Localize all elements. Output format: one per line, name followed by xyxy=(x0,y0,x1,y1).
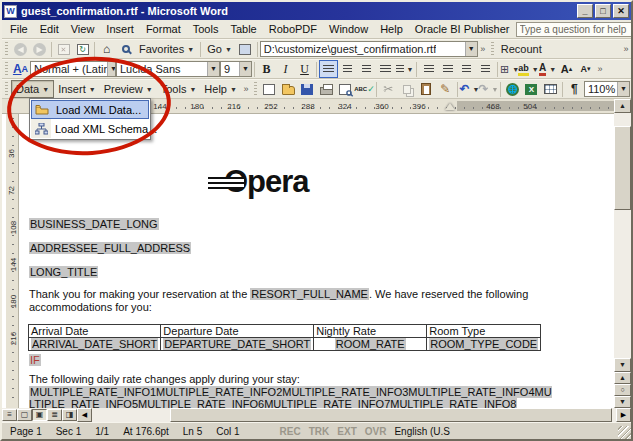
home-icon[interactable]: ⌂ xyxy=(97,40,116,58)
toolbar-grip[interactable] xyxy=(5,42,8,56)
line-spacing-icon[interactable]: ▼ xyxy=(395,60,414,78)
spelling-icon[interactable]: ABC✓ xyxy=(355,80,374,98)
status-ext-toggle[interactable]: EXT xyxy=(337,426,356,437)
menu-robopdf[interactable]: RoboPDF xyxy=(263,21,323,37)
resort-name-field[interactable]: RESORT_FULL_NAME xyxy=(250,288,369,300)
print-preview-icon[interactable] xyxy=(336,80,355,98)
minimize-button[interactable]: _ xyxy=(577,4,593,18)
long-title-field[interactable]: LONG_TITLE xyxy=(29,266,98,278)
business-date-field[interactable]: BUSINESS_DATE_LONG xyxy=(29,218,159,230)
close-button[interactable]: ✕ xyxy=(613,4,629,18)
show-paragraph-marks-icon[interactable]: ¶ xyxy=(565,80,584,98)
grow-font-icon[interactable]: A▴ xyxy=(557,60,576,78)
menu-help[interactable]: Help xyxy=(374,21,409,37)
align-center-button[interactable] xyxy=(338,60,357,78)
justify-button[interactable] xyxy=(376,60,395,78)
insert-hyperlink-icon[interactable]: 🌐 xyxy=(503,80,522,98)
insert-excel-worksheet-icon[interactable]: X xyxy=(522,80,541,98)
vertical-scrollbar[interactable]: ▲ ▼ ▲▲ ○ ▼▼ xyxy=(614,99,631,408)
increase-indent-icon[interactable] xyxy=(476,60,495,78)
redo-icon[interactable]: ↷▼ xyxy=(479,80,498,98)
scroll-right-icon[interactable]: ▶ xyxy=(616,408,631,422)
status-trk-toggle[interactable]: TRK xyxy=(309,426,330,437)
new-document-icon[interactable] xyxy=(260,80,279,98)
if-marker-field[interactable]: IF xyxy=(29,354,41,366)
shrink-font-icon[interactable]: A▾ xyxy=(576,60,595,78)
menu-window[interactable]: Window xyxy=(323,21,374,37)
align-right-button[interactable] xyxy=(357,60,376,78)
format-painter-icon[interactable]: ✎ xyxy=(436,80,455,98)
scroll-left-icon[interactable]: ◀ xyxy=(77,408,92,422)
help-question-input[interactable] xyxy=(516,22,633,37)
bi-toolbar-chevron[interactable]: » xyxy=(241,84,251,94)
formatting-toolbar-chevron[interactable]: » xyxy=(595,64,605,74)
view-outline-icon[interactable]: ≣ xyxy=(47,409,62,421)
room-type-field[interactable]: ROOM_TYPE_CODE xyxy=(429,338,538,350)
bi-preview-menu-button[interactable]: Preview▼ xyxy=(100,80,157,98)
styles-and-formatting-icon[interactable]: AA xyxy=(11,60,30,78)
show-web-toolbar-icon[interactable] xyxy=(236,40,255,58)
arrival-date-field[interactable]: ARRIVAL_DATE_SHORT xyxy=(31,338,158,350)
toolbar-grip[interactable] xyxy=(5,62,8,76)
menu-file[interactable]: File xyxy=(4,21,34,37)
highlight-icon[interactable]: ab▼ xyxy=(519,60,538,78)
scroll-down-icon[interactable]: ▼ xyxy=(614,358,631,372)
font-size-combo[interactable]: 9▼ xyxy=(220,61,252,77)
undo-icon[interactable]: ↶▼ xyxy=(460,80,479,98)
save-icon[interactable] xyxy=(298,80,317,98)
italic-button[interactable]: I xyxy=(276,60,295,78)
vertical-scroll-thumb[interactable] xyxy=(614,126,631,210)
font-color-icon[interactable]: A▼ xyxy=(538,60,557,78)
menu-view[interactable]: View xyxy=(65,21,101,37)
previous-page-icon[interactable]: ▲▲ xyxy=(614,372,631,384)
menu-insert[interactable]: Insert xyxy=(100,21,140,37)
addressee-field[interactable]: ADDRESSEE_FULL_ADDRESS xyxy=(29,242,191,254)
search-icon[interactable] xyxy=(116,40,135,58)
copy-icon[interactable] xyxy=(398,80,417,98)
print-icon[interactable] xyxy=(317,80,336,98)
vertical-ruler[interactable]: 36 72 108 144 180 216 xyxy=(6,114,19,408)
zoom-combo[interactable]: 110%▼ xyxy=(584,81,630,97)
address-combo[interactable]: D:\customize\guest_confirmation.rtf▼ xyxy=(260,41,478,57)
view-reading-icon[interactable]: ◨ xyxy=(62,409,77,421)
view-normal-icon[interactable]: ≡ xyxy=(2,409,17,421)
decrease-indent-icon[interactable] xyxy=(457,60,476,78)
horizontal-scroll-thumb[interactable] xyxy=(170,408,612,422)
view-web-layout-icon[interactable]: ▢ xyxy=(17,409,32,421)
bi-tools-menu-button[interactable]: Tools▼ xyxy=(157,80,201,98)
wordcount-toolbar-chevron[interactable]: » xyxy=(621,44,631,54)
border-icon[interactable]: ⊞▼ xyxy=(500,60,519,78)
menu-item-load-xml-data[interactable]: Load XML Data... xyxy=(31,100,149,119)
bi-data-menu-button[interactable]: Data▼ xyxy=(11,80,54,98)
favorites-button[interactable]: Favorites▼ xyxy=(135,40,198,58)
scroll-up-icon[interactable]: ▲ xyxy=(614,99,631,113)
web-toolbar-options-chevron[interactable]: » xyxy=(478,44,488,54)
next-page-icon[interactable]: ▼▼ xyxy=(614,396,631,408)
menu-oracle-bi-publisher[interactable]: Oracle BI Publisher xyxy=(409,21,516,37)
toolbar-grip[interactable] xyxy=(5,82,8,96)
bullet-list-icon[interactable] xyxy=(438,60,457,78)
menu-tools[interactable]: Tools xyxy=(187,21,225,37)
font-combo[interactable]: Lucida Sans▼ xyxy=(116,61,220,77)
underline-button[interactable]: U xyxy=(295,60,314,78)
right-indent-marker[interactable] xyxy=(445,103,455,110)
menu-table[interactable]: Table xyxy=(224,21,262,37)
paste-icon[interactable] xyxy=(417,80,436,98)
refresh-icon[interactable]: ↻ xyxy=(73,40,92,58)
align-left-button[interactable] xyxy=(319,60,338,78)
recount-button[interactable]: Recount xyxy=(497,40,546,58)
cut-icon[interactable]: ✂ xyxy=(379,80,398,98)
horizontal-scroll-track[interactable] xyxy=(92,408,616,422)
numbered-list-icon[interactable] xyxy=(419,60,438,78)
toolbar-grip[interactable] xyxy=(254,82,257,96)
insert-table-icon[interactable] xyxy=(541,80,560,98)
departure-date-field[interactable]: DEPARTURE_DATE_SHORT xyxy=(163,338,311,350)
view-print-layout-icon[interactable]: ▣ xyxy=(32,409,47,421)
multiple-rate-info-field[interactable]: MULTIPLE_RATE_INFO1MULTIPLE_RATE_INFO2MU… xyxy=(29,386,552,408)
forward-icon[interactable]: ▶ xyxy=(30,40,49,58)
bold-button[interactable]: B xyxy=(257,60,276,78)
status-ovr-toggle[interactable]: OVR xyxy=(365,426,387,437)
open-icon[interactable] xyxy=(279,80,298,98)
bi-help-menu-button[interactable]: Help▼ xyxy=(200,80,241,98)
stop-icon[interactable]: ✕ xyxy=(54,40,73,58)
